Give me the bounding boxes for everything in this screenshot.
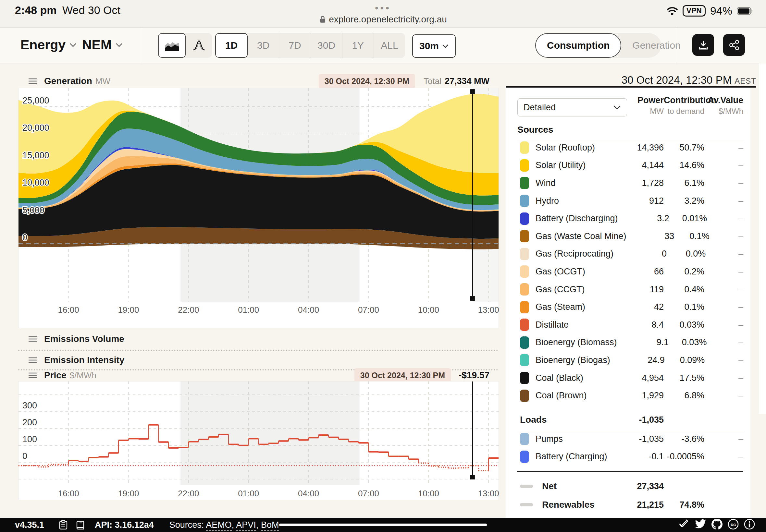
source-row[interactable]: Gas (Steam)420.1%–	[506, 298, 750, 316]
series-swatch	[520, 141, 529, 154]
emission-intensity-section[interactable]: Emission Intensity	[18, 351, 498, 370]
series-name: Hydro	[536, 196, 609, 206]
source-link-apvi[interactable]: APVI	[236, 520, 256, 531]
x-tick-label: 07:00	[358, 305, 379, 315]
series-power: 4,954	[609, 373, 664, 383]
series-swatch	[520, 177, 529, 189]
series-swatch	[520, 433, 529, 445]
x-tick-label: 10:00	[418, 489, 439, 499]
source-row[interactable]: Wind1,7286.1%–	[506, 174, 750, 192]
series-name: Gas (Steam)	[536, 302, 609, 312]
drag-handle-icon[interactable]	[29, 372, 37, 379]
view-button-consumption[interactable]: Consumption	[535, 33, 621, 58]
data-sources: Sources: AEMO, APVI, BoM	[169, 520, 279, 530]
renewables-label: Renewables	[542, 500, 609, 510]
source-row[interactable]: Bioenergy (Biogas)24.90.09%–	[506, 351, 750, 369]
sources-label: Sources	[517, 125, 553, 135]
series-contribution: 0.09%	[665, 355, 705, 365]
generation-chart[interactable]: 05,00010,00015,00020,00025,000 16:0019:0…	[18, 88, 499, 328]
series-name: Gas (Reciprocating)	[536, 249, 614, 259]
share-button[interactable]	[723, 34, 745, 56]
generation-plot[interactable]: 05,00010,00015,00020,00025,000	[18, 88, 499, 302]
range-button-1y[interactable]: 1Y	[342, 33, 374, 58]
info-icon[interactable]	[744, 519, 755, 530]
source-row[interactable]: Distillate8.40.03%–	[506, 316, 750, 334]
home-indicator[interactable]	[279, 524, 487, 526]
interval-dropdown[interactable]: 30m	[412, 34, 456, 58]
series-swatch	[520, 248, 529, 260]
range-selector: 1D3D7D30D1YALL	[215, 33, 405, 58]
net-divider	[517, 471, 743, 472]
source-link-bom[interactable]: BoM	[261, 520, 279, 531]
download-button[interactable]	[692, 34, 714, 56]
source-row[interactable]: Gas (Reciprocating)00.0%–	[506, 245, 750, 263]
source-row[interactable]: Hydro9123.2%–	[506, 192, 750, 210]
renewables-contribution: 74.8%	[664, 500, 704, 510]
x-tick-label: 19:00	[118, 305, 139, 315]
source-row[interactable]: Coal (Brown)1,9296.8%–	[506, 387, 750, 405]
series-name: Gas (OCGT)	[536, 267, 609, 277]
series-contribution: 14.6%	[664, 160, 704, 170]
view-button-generation[interactable]: Generation	[621, 33, 691, 58]
range-button-all[interactable]: ALL	[374, 33, 405, 58]
series-name: Bioenergy (Biomass)	[536, 337, 617, 347]
source-row[interactable]: Gas (Waste Coal Mine)330.1%–	[506, 227, 750, 245]
load-row[interactable]: Pumps-1,035-3.6%–	[506, 430, 750, 448]
drag-handle-icon[interactable]	[29, 336, 37, 342]
loads-label: Loads	[520, 415, 609, 425]
github-icon[interactable]	[711, 519, 723, 530]
source-row[interactable]: Solar (Utility)4,14414.6%–	[506, 157, 750, 175]
source-row[interactable]: Bioenergy (Biomass)9.10.03%–	[506, 334, 750, 352]
lab-icon[interactable]	[678, 518, 689, 530]
column-header-avvalue: Av.Value$/MWh	[704, 95, 743, 116]
twitter-icon[interactable]	[695, 519, 706, 529]
metric-dropdown[interactable]: Energy	[20, 37, 77, 53]
battery-icon	[737, 7, 753, 15]
source-link-aemo[interactable]: AEMO	[206, 520, 232, 531]
changelog-icon[interactable]	[58, 520, 68, 530]
range-button-30d[interactable]: 30D	[311, 33, 342, 58]
range-button-7d[interactable]: 7D	[279, 33, 310, 58]
series-contribution: 50.7%	[664, 143, 704, 153]
series-av-value: –	[705, 355, 743, 365]
share-icon	[728, 39, 740, 51]
series-swatch	[520, 283, 529, 296]
source-row[interactable]: Coal (Black)4,95417.5%–	[506, 369, 750, 387]
price-plot[interactable]: 0100200300	[18, 381, 499, 485]
x-tick-label: 04:00	[298, 305, 319, 315]
docs-icon[interactable]	[76, 520, 86, 530]
series-contribution: 0.01%	[669, 213, 707, 224]
total-label: Total	[424, 76, 442, 86]
tab-dots: •••	[0, 3, 766, 14]
drag-handle-icon[interactable]	[29, 357, 37, 363]
price-chart[interactable]: 0100200300 16:0019:0022:0001:0004:0007:0…	[18, 381, 499, 500]
series-contribution: 6.8%	[664, 391, 704, 401]
series-av-value: –	[704, 320, 743, 330]
source-row[interactable]: Solar (Rooftop)14,39650.7%–	[506, 139, 750, 157]
creative-commons-icon[interactable]: cc	[728, 519, 739, 530]
net-row[interactable]: Net 27,334	[506, 477, 750, 495]
chart-type-area-button[interactable]	[158, 33, 186, 58]
series-av-value: –	[704, 178, 743, 188]
emissions-volume-section[interactable]: Emissions Volume	[18, 328, 498, 351]
series-contribution: 0.03%	[669, 337, 707, 347]
x-tick-label: 13:00	[478, 489, 499, 499]
series-av-value: –	[704, 434, 743, 444]
drag-handle-icon[interactable]	[29, 78, 37, 84]
series-power: 8.4	[609, 320, 664, 330]
source-row[interactable]: Gas (CCGT)1190.4%–	[506, 281, 750, 298]
range-button-3d[interactable]: 3D	[248, 33, 279, 58]
source-row[interactable]: Battery (Discharging)3.20.01%–	[506, 210, 750, 227]
chevron-down-icon	[442, 44, 449, 48]
load-row[interactable]: Battery (Charging)-0.1-0.0005%–	[506, 448, 750, 466]
loads-header-row: Loads -1,035	[506, 411, 750, 429]
range-button-1d[interactable]: 1D	[215, 33, 248, 58]
column-header-contribution: Contributionto demand	[664, 95, 704, 116]
region-dropdown[interactable]: NEM	[82, 37, 123, 53]
renewables-row[interactable]: Renewables 21,215 74.8%	[506, 496, 750, 514]
address-bar[interactable]: explore.openelectricity.org.au	[0, 14, 766, 25]
chart-type-line-button[interactable]	[186, 33, 212, 58]
series-power: 14,396	[609, 143, 664, 153]
scrollbar-gutter[interactable]	[759, 64, 766, 414]
source-row[interactable]: Gas (OCGT)660.2%–	[506, 263, 750, 281]
